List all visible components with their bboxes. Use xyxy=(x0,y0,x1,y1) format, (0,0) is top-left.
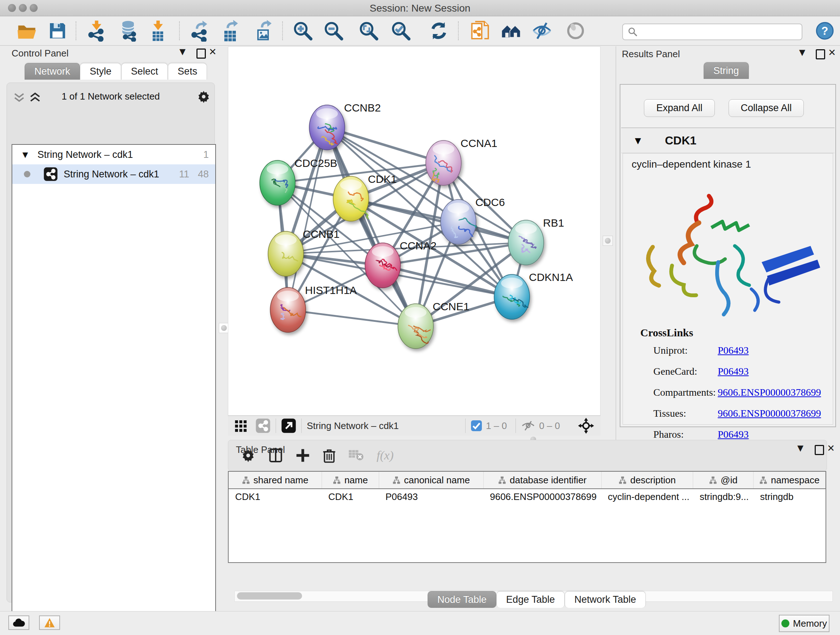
tab-network[interactable]: Network xyxy=(25,63,80,80)
tab-select[interactable]: Select xyxy=(121,63,168,80)
crosslink-value[interactable]: P06493 xyxy=(718,429,749,440)
table-cell[interactable]: 9606.ENSP00000378699 xyxy=(483,489,601,504)
node-CCNA1[interactable]: CCNA1 xyxy=(426,137,497,185)
table-cell[interactable]: CDK1 xyxy=(229,489,322,504)
tab-sets[interactable]: Sets xyxy=(168,63,207,80)
node-label-CDK1: CDK1 xyxy=(368,173,397,185)
table-cell[interactable]: cyclin-dependent ... xyxy=(601,489,693,504)
import-network-from-database-button[interactable] xyxy=(117,19,141,43)
toolbar-separator xyxy=(282,21,283,40)
network-collection-row[interactable]: ▼ String Network – cdk1 1 xyxy=(12,145,215,165)
refresh-layout-button[interactable] xyxy=(426,19,451,43)
import-network-button[interactable] xyxy=(84,19,109,43)
table-cell[interactable]: P06493 xyxy=(379,489,483,504)
zoom-out-button[interactable] xyxy=(321,19,346,43)
table-row[interactable]: CDK1CDK1P064939606.ENSP00000378699cyclin… xyxy=(229,489,826,504)
node-CCNE1[interactable]: CCNE1 xyxy=(398,301,470,348)
gear-icon[interactable] xyxy=(196,89,211,104)
control-panel-collapse-icon[interactable]: ▼ xyxy=(180,47,186,56)
cloud-status-button[interactable] xyxy=(8,616,29,630)
column-header-description[interactable]: description xyxy=(601,472,693,489)
right-splitter-handle[interactable] xyxy=(603,236,613,246)
tab-string[interactable]: String xyxy=(704,62,749,79)
node-CDC6[interactable]: CDC6 xyxy=(441,196,505,244)
collapse-all-button[interactable]: Collapse All xyxy=(729,99,804,117)
network-canvas[interactable]: CCNB2CCNA1CDC25BCDK1CDC6RB1CCNB1CCNA2CDK… xyxy=(228,46,600,416)
table-cell[interactable]: CDK1 xyxy=(322,489,379,504)
scrollbar-thumb[interactable] xyxy=(237,592,302,600)
tree-expander-icon[interactable]: ▼ xyxy=(22,150,28,159)
tab-style[interactable]: Style xyxy=(80,63,121,80)
results-panel-float-icon[interactable] xyxy=(816,49,825,59)
network-row[interactable]: String Network – cdk1 11 48 xyxy=(12,165,215,184)
create-column-button[interactable] xyxy=(295,448,310,463)
results-panel-collapse-icon[interactable]: ▼ xyxy=(799,48,805,57)
clone-network-button[interactable] xyxy=(468,19,493,43)
search-box[interactable] xyxy=(622,24,802,40)
control-panel-close-icon[interactable]: ✕ xyxy=(209,46,217,57)
help-button[interactable]: ? xyxy=(813,19,837,43)
crosslink-value[interactable]: P06493 xyxy=(718,366,749,377)
network-graph[interactable]: CCNB2CCNA1CDC25BCDK1CDC6RB1CCNB1CCNA2CDK… xyxy=(228,47,600,415)
export-network-button[interactable] xyxy=(187,19,212,43)
column-header-name[interactable]: name xyxy=(322,472,379,489)
save-session-button[interactable] xyxy=(45,19,70,43)
zoom-in-button[interactable] xyxy=(291,19,315,43)
table-panel-close-icon[interactable]: ✕ xyxy=(827,443,835,454)
left-splitter-handle[interactable] xyxy=(219,323,229,333)
control-panel-float-icon[interactable] xyxy=(196,49,206,59)
column-header-label: description xyxy=(630,475,676,486)
column-header-database-identifier[interactable]: database identifier xyxy=(483,472,601,489)
export-network-icon xyxy=(189,20,210,42)
memory-status-dot xyxy=(782,619,789,627)
node-HIST1H1A[interactable]: HIST1H1A xyxy=(270,284,357,333)
node-table[interactable]: shared namenamecanonical namedatabase id… xyxy=(228,471,826,563)
delete-column-button[interactable] xyxy=(322,448,336,463)
node-CCNB2[interactable]: CCNB2 xyxy=(309,102,381,150)
export-image-button[interactable] xyxy=(252,19,276,43)
inactive-view-button[interactable] xyxy=(563,19,588,43)
grid-view-icon[interactable] xyxy=(234,418,248,433)
warning-status-button[interactable] xyxy=(39,616,60,630)
edge-CCNB2-HIST1H1A[interactable] xyxy=(288,127,327,310)
table-panel-float-icon[interactable] xyxy=(815,445,824,455)
table-panel-collapse-icon[interactable]: ▼ xyxy=(797,443,804,453)
gene-expander-icon[interactable]: ▼ xyxy=(635,136,641,145)
open-session-button[interactable] xyxy=(14,19,39,43)
hidden-eye-icon[interactable] xyxy=(521,420,535,432)
birdseye-view-icon[interactable] xyxy=(256,418,271,433)
expand-all-button[interactable]: Expand All xyxy=(644,99,715,117)
column-header-@id[interactable]: @id xyxy=(693,472,753,489)
hide-unhide-button[interactable] xyxy=(530,19,554,43)
collection-count: 1 xyxy=(203,149,209,160)
node-RB1[interactable]: RB1 xyxy=(508,217,564,265)
crosslink-value[interactable]: 9606.ENSP00000378699 xyxy=(718,408,821,419)
table-cell[interactable]: stringdb:9... xyxy=(693,489,753,504)
memory-button[interactable]: Memory xyxy=(779,615,829,632)
column-header-namespace[interactable]: namespace xyxy=(753,472,826,489)
app-window: Session: New Session xyxy=(0,0,840,635)
edge-HIST1H1A-CCNE1[interactable] xyxy=(288,310,416,326)
import-table-button[interactable] xyxy=(146,19,171,43)
tab-edge-table[interactable]: Edge Table xyxy=(496,591,565,608)
fit-selected-crosshair-icon[interactable] xyxy=(578,418,594,434)
toolbar-separator xyxy=(179,21,180,40)
zoom-selected-button[interactable] xyxy=(388,19,413,43)
crosslink-value[interactable]: 9606.ENSP00000378699 xyxy=(718,386,821,398)
network-overview-button[interactable] xyxy=(499,19,523,43)
zoom-fit-button[interactable] xyxy=(356,19,381,43)
detach-view-icon[interactable] xyxy=(281,418,296,433)
search-input[interactable] xyxy=(641,25,802,39)
results-panel-close-icon[interactable]: ✕ xyxy=(828,47,836,58)
tab-node-table[interactable]: Node Table xyxy=(428,591,496,608)
gene-section-header[interactable]: ▼ CDK1 xyxy=(621,128,835,153)
node-CDKN1A[interactable]: CDKN1A xyxy=(494,271,573,319)
tab-network-table[interactable]: Network Table xyxy=(565,591,646,608)
edge-CCNB2-CCNE1[interactable] xyxy=(327,127,416,326)
export-table-button[interactable] xyxy=(218,19,243,43)
column-header-canonical-name[interactable]: canonical name xyxy=(379,472,483,489)
table-cell[interactable]: stringdb xyxy=(753,489,826,504)
column-header-shared-name[interactable]: shared name xyxy=(229,472,322,489)
crosslink-value[interactable]: P06493 xyxy=(718,345,749,356)
selected-checkbox-icon[interactable] xyxy=(471,420,482,432)
